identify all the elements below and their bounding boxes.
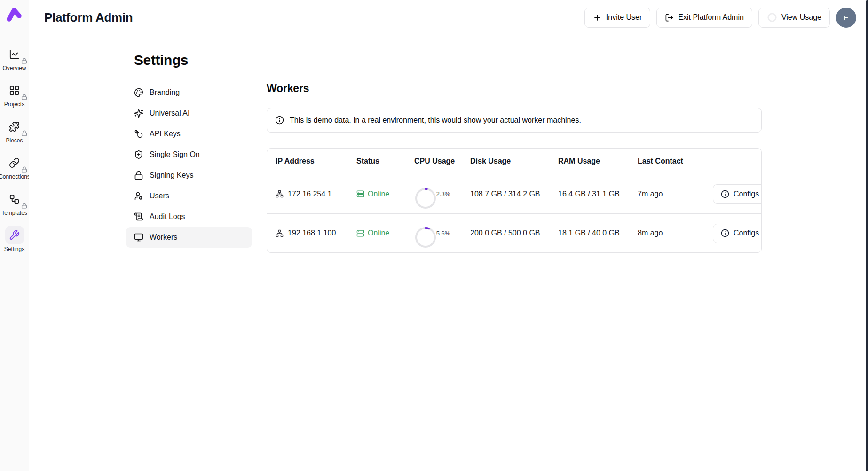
sidebar-item-label: Pieces	[6, 137, 23, 144]
disk-usage-value: 108.7 GB / 314.2 GB	[470, 190, 558, 198]
sidebar-item-templates[interactable]: Templates	[0, 189, 29, 216]
user-avatar[interactable]: E	[836, 8, 856, 28]
server-icon	[356, 229, 364, 237]
sidebar-item-pieces[interactable]: Pieces	[0, 117, 29, 144]
lock-icon	[21, 58, 27, 64]
settings-nav-label: Universal AI	[150, 109, 189, 118]
status-value: Online	[368, 190, 389, 198]
ip-value: 172.16.254.1	[288, 190, 331, 198]
sidebar-item-overview[interactable]: Overview	[0, 45, 29, 71]
col-last-contact: Last Contact	[638, 157, 713, 165]
sidebar-item-projects[interactable]: Projects	[0, 81, 29, 108]
settings-nav-label: Single Sign On	[150, 150, 200, 159]
ram-usage-value: 16.4 GB / 31.1 GB	[558, 190, 638, 198]
server-icon	[356, 190, 364, 198]
col-disk-usage: Disk Usage	[470, 157, 558, 165]
activepieces-logo-icon	[6, 6, 23, 23]
sidebar-item-connections[interactable]: Connections	[0, 153, 29, 180]
settings-nav-label: Audit Logs	[150, 212, 185, 221]
settings-title: Settings	[134, 52, 866, 68]
settings-nav-label: Workers	[150, 233, 177, 242]
key-icon	[134, 129, 143, 139]
configs-button[interactable]: Configs	[713, 224, 762, 243]
sidebar-item-label: Overview	[2, 65, 26, 71]
settings-nav-label: Users	[150, 192, 169, 200]
settings-nav-label: Branding	[150, 88, 180, 97]
info-icon	[721, 190, 729, 198]
plus-icon	[593, 13, 602, 22]
puzzle-icon	[9, 121, 20, 132]
table-row: 192.168.1.100 Online	[267, 213, 761, 252]
col-status: Status	[356, 157, 414, 165]
settings-nav-audit-logs[interactable]: Audit Logs	[126, 206, 252, 227]
status-value: Online	[368, 229, 389, 237]
scroll-icon	[134, 212, 143, 221]
sidebar-item-label: Projects	[4, 101, 24, 108]
cpu-cell: 2.3%	[414, 179, 470, 210]
settings-nav-universal-ai[interactable]: Universal AI	[126, 103, 252, 124]
settings-nav-users[interactable]: Users	[126, 186, 252, 206]
sidebar-item-label: Settings	[4, 246, 24, 252]
shield-plus-icon	[134, 150, 143, 159]
ip-cell: 172.16.254.1	[276, 190, 356, 198]
configs-label: Configs	[734, 190, 759, 198]
last-contact-value: 8m ago	[638, 229, 713, 237]
sidebar-item-settings[interactable]: Settings	[0, 226, 29, 252]
cpu-cell: 5.6%	[414, 218, 470, 249]
action-cell: Configs	[713, 184, 762, 204]
main-content: Settings Branding Universal AI	[29, 35, 866, 471]
workers-table: IP Address Status CPU Usage Disk Usage R…	[267, 148, 762, 253]
configs-button[interactable]: Configs	[713, 184, 762, 204]
settings-nav-branding[interactable]: Branding	[126, 82, 252, 103]
top-header: Platform Admin Invite User Exit Platform…	[29, 0, 866, 35]
cpu-percentage: 5.6%	[416, 218, 470, 249]
overview-icon-wrap	[5, 45, 24, 63]
view-usage-label: View Usage	[781, 13, 821, 22]
status-badge: Online	[356, 229, 414, 237]
settings-icon-wrap	[5, 226, 24, 244]
projects-icon-wrap	[5, 81, 24, 100]
sidebar-item-label: Connections	[0, 173, 30, 180]
banner-text: This is demo data. In a real environment…	[290, 116, 581, 125]
col-ram-usage: RAM Usage	[558, 157, 638, 165]
settings-nav-label: API Keys	[150, 130, 181, 138]
cpu-percentage: 2.3%	[416, 179, 470, 210]
workflow-icon	[9, 194, 20, 204]
page-title: Platform Admin	[44, 10, 133, 25]
sparkles-icon	[134, 109, 143, 118]
app-logo[interactable]	[6, 6, 23, 23]
settings-nav: Branding Universal AI API Keys Single Si…	[126, 82, 252, 248]
usage-ring-icon	[767, 12, 777, 23]
exit-platform-admin-label: Exit Platform Admin	[678, 13, 744, 22]
status-badge: Online	[356, 190, 414, 198]
lock-icon	[21, 203, 27, 209]
invite-user-button[interactable]: Invite User	[584, 8, 650, 28]
settings-nav-api-keys[interactable]: API Keys	[126, 124, 252, 144]
pieces-icon-wrap	[5, 117, 24, 136]
avatar-initial: E	[844, 14, 848, 22]
settings-nav-workers[interactable]: Workers	[126, 227, 252, 248]
invite-user-label: Invite User	[606, 13, 642, 22]
demo-data-banner: This is demo data. In a real environment…	[267, 108, 762, 133]
lock-icon	[21, 94, 27, 100]
view-usage-button[interactable]: View Usage	[758, 8, 830, 28]
settings-nav-label: Signing Keys	[150, 171, 193, 180]
header-actions: Invite User Exit Platform Admin View Usa…	[584, 8, 856, 28]
lock-icon	[21, 166, 27, 173]
info-icon	[721, 229, 729, 237]
lock-icon	[21, 130, 27, 136]
sidebar: Overview Projects Piec	[0, 0, 29, 471]
workers-section: Workers This is demo data. In a real env…	[267, 82, 762, 253]
sidebar-nav: Overview Projects Piec	[0, 45, 29, 252]
settings-nav-signing-keys[interactable]: Signing Keys	[126, 165, 252, 186]
templates-icon-wrap	[5, 189, 24, 208]
info-icon	[275, 116, 284, 125]
log-out-icon	[665, 13, 674, 22]
settings-nav-single-sign-on[interactable]: Single Sign On	[126, 144, 252, 165]
exit-platform-admin-button[interactable]: Exit Platform Admin	[656, 8, 752, 28]
configs-label: Configs	[734, 229, 759, 237]
network-icon	[276, 190, 284, 198]
cpu-donut: 5.6%	[414, 226, 470, 249]
col-cpu-usage: CPU Usage	[414, 157, 470, 165]
palette-icon	[134, 88, 143, 97]
